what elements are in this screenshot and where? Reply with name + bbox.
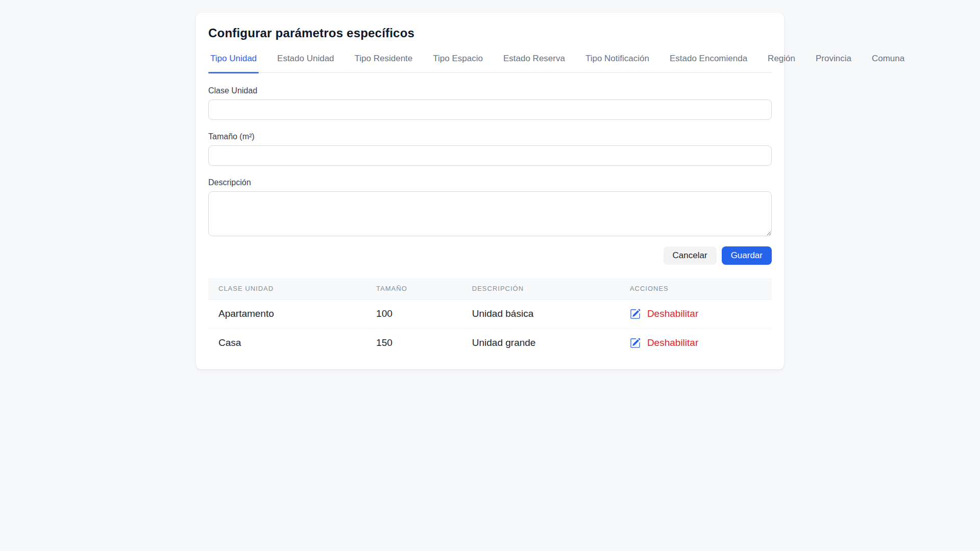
column-header-tamano: TAMAÑO xyxy=(366,278,462,299)
tab-comuna[interactable]: Comuna xyxy=(870,52,906,72)
tamano-input[interactable] xyxy=(208,145,772,166)
deshabilitar-link[interactable]: Deshabilitar xyxy=(647,337,698,348)
column-header-descripcion: DESCRIPCIÓN xyxy=(462,278,620,299)
clase-unidad-input[interactable] xyxy=(208,99,772,120)
configure-parameters-dialog: Configurar parámetros específicos Tipo U… xyxy=(196,13,784,369)
tab-tipo-notificacion[interactable]: Tipo Notificación xyxy=(583,52,651,72)
tab-estado-unidad[interactable]: Estado Unidad xyxy=(275,52,336,72)
actions-cell: Deshabilitar xyxy=(630,308,762,319)
tab-region[interactable]: Región xyxy=(766,52,797,72)
tab-estado-reserva[interactable]: Estado Reserva xyxy=(501,52,567,72)
clase-unidad-label: Clase Unidad xyxy=(208,86,772,95)
table-row: Casa 150 Unidad grande Deshabilitar xyxy=(208,329,772,358)
table-header-row: CLASE UNIDAD TAMAÑO DESCRIPCIÓN ACCIONES xyxy=(208,278,772,299)
save-button[interactable]: Guardar xyxy=(722,246,772,265)
column-header-acciones: ACCIONES xyxy=(620,278,772,299)
edit-icon[interactable] xyxy=(630,338,641,348)
tab-provincia[interactable]: Provincia xyxy=(814,52,853,72)
cell-tamano: 100 xyxy=(366,299,462,329)
tab-tipo-residente[interactable]: Tipo Residente xyxy=(353,52,415,72)
parameter-tabs: Tipo UnidadEstado UnidadTipo ResidenteTi… xyxy=(208,52,772,73)
cell-descripcion: Unidad básica xyxy=(462,299,620,329)
column-header-clase-unidad: CLASE UNIDAD xyxy=(208,278,366,299)
cell-clase-unidad: Casa xyxy=(208,329,366,358)
tab-tipo-unidad[interactable]: Tipo Unidad xyxy=(208,52,259,72)
cell-tamano: 150 xyxy=(366,329,462,358)
descripcion-label: Descripción xyxy=(208,178,772,187)
deshabilitar-link[interactable]: Deshabilitar xyxy=(647,308,698,319)
cell-descripcion: Unidad grande xyxy=(462,329,620,358)
tab-tipo-espacio[interactable]: Tipo Espacio xyxy=(431,52,485,72)
cell-clase-unidad: Apartamento xyxy=(208,299,366,329)
actions-cell: Deshabilitar xyxy=(630,337,762,348)
tab-estado-encomienda[interactable]: Estado Encomienda xyxy=(668,52,749,72)
unit-types-table: CLASE UNIDAD TAMAÑO DESCRIPCIÓN ACCIONES… xyxy=(208,278,772,357)
table-row: Apartamento 100 Unidad básica Deshabilit… xyxy=(208,299,772,329)
tamano-label: Tamaño (m²) xyxy=(208,132,772,141)
edit-icon[interactable] xyxy=(630,309,641,319)
descripcion-textarea[interactable] xyxy=(208,191,772,236)
form-actions: Cancelar Guardar xyxy=(208,246,772,265)
cancel-button[interactable]: Cancelar xyxy=(664,246,717,265)
dialog-title: Configurar parámetros específicos xyxy=(208,26,772,40)
